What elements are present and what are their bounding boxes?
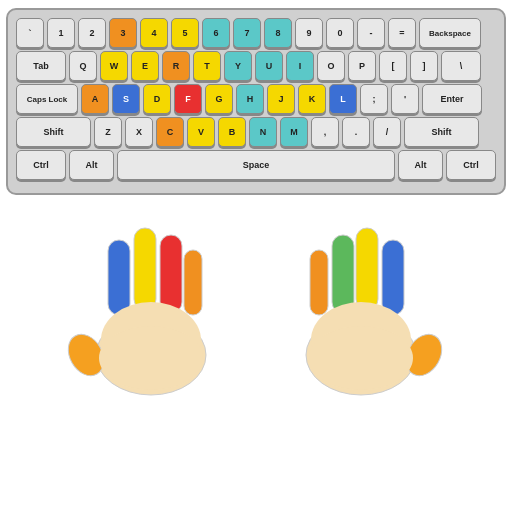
key-f[interactable]: F	[174, 84, 202, 114]
key-7[interactable]: 7	[233, 18, 261, 48]
keyboard-row-4: Shift Z X C V B N M , . / Shift	[16, 117, 496, 147]
hands-illustration	[56, 210, 456, 400]
key-8[interactable]: 8	[264, 18, 292, 48]
key-c[interactable]: C	[156, 117, 184, 147]
key-y[interactable]: Y	[224, 51, 252, 81]
svg-point-7	[99, 326, 203, 390]
key-e[interactable]: E	[131, 51, 159, 81]
svg-point-15	[309, 326, 413, 390]
key-backtick[interactable]: `	[16, 18, 44, 48]
svg-rect-11	[356, 228, 378, 310]
key-x[interactable]: X	[125, 117, 153, 147]
key-n[interactable]: N	[249, 117, 277, 147]
keyboard-row-5: Ctrl Alt Space Alt Ctrl	[16, 150, 496, 180]
key-a[interactable]: A	[81, 84, 109, 114]
key-0[interactable]: 0	[326, 18, 354, 48]
svg-rect-4	[160, 235, 182, 313]
key-2[interactable]: 2	[78, 18, 106, 48]
keyboard-row-1: ` 1 2 3 4 5 6 7 8 9 0 - = Backspace	[16, 18, 496, 48]
key-slash[interactable]: /	[373, 117, 401, 147]
key-t[interactable]: T	[193, 51, 221, 81]
key-z[interactable]: Z	[94, 117, 122, 147]
key-k[interactable]: K	[298, 84, 326, 114]
svg-rect-2	[108, 240, 130, 315]
svg-rect-9	[310, 250, 328, 315]
svg-rect-5	[184, 250, 202, 315]
key-s[interactable]: S	[112, 84, 140, 114]
key-quote[interactable]: '	[391, 84, 419, 114]
key-h[interactable]: H	[236, 84, 264, 114]
key-semicolon[interactable]: ;	[360, 84, 388, 114]
key-comma[interactable]: ,	[311, 117, 339, 147]
key-alt-right[interactable]: Alt	[398, 150, 443, 180]
key-shift-left[interactable]: Shift	[16, 117, 91, 147]
key-v[interactable]: V	[187, 117, 215, 147]
key-backspace[interactable]: Backspace	[419, 18, 481, 48]
key-5[interactable]: 5	[171, 18, 199, 48]
keyboard-row-2: Tab Q W E R T Y U I O P [ ] \	[16, 51, 496, 81]
key-6[interactable]: 6	[202, 18, 230, 48]
keyboard: ` 1 2 3 4 5 6 7 8 9 0 - = Backspace Tab …	[6, 8, 506, 195]
key-ctrl-right[interactable]: Ctrl	[446, 150, 496, 180]
key-tab[interactable]: Tab	[16, 51, 66, 81]
key-lbracket[interactable]: [	[379, 51, 407, 81]
key-o[interactable]: O	[317, 51, 345, 81]
svg-rect-12	[382, 240, 404, 315]
key-l[interactable]: L	[329, 84, 357, 114]
key-b[interactable]: B	[218, 117, 246, 147]
key-minus[interactable]: -	[357, 18, 385, 48]
left-hand	[56, 210, 246, 400]
key-r[interactable]: R	[162, 51, 190, 81]
key-9[interactable]: 9	[295, 18, 323, 48]
right-hand	[266, 210, 456, 400]
key-u[interactable]: U	[255, 51, 283, 81]
key-enter[interactable]: Enter	[422, 84, 482, 114]
key-d[interactable]: D	[143, 84, 171, 114]
key-1[interactable]: 1	[47, 18, 75, 48]
svg-rect-10	[332, 235, 354, 313]
key-ctrl-left[interactable]: Ctrl	[16, 150, 66, 180]
key-q[interactable]: Q	[69, 51, 97, 81]
key-alt-left[interactable]: Alt	[69, 150, 114, 180]
key-equals[interactable]: =	[388, 18, 416, 48]
keyboard-row-3: Caps Lock A S D F G H J K L ; ' Enter	[16, 84, 496, 114]
key-4[interactable]: 4	[140, 18, 168, 48]
key-g[interactable]: G	[205, 84, 233, 114]
key-capslock[interactable]: Caps Lock	[16, 84, 78, 114]
key-backslash[interactable]: \	[441, 51, 481, 81]
key-space[interactable]: Space	[117, 150, 395, 180]
key-p[interactable]: P	[348, 51, 376, 81]
key-j[interactable]: J	[267, 84, 295, 114]
key-shift-right[interactable]: Shift	[404, 117, 479, 147]
key-i[interactable]: I	[286, 51, 314, 81]
svg-rect-3	[134, 228, 156, 310]
key-w[interactable]: W	[100, 51, 128, 81]
key-m[interactable]: M	[280, 117, 308, 147]
key-rbracket[interactable]: ]	[410, 51, 438, 81]
key-period[interactable]: .	[342, 117, 370, 147]
key-3[interactable]: 3	[109, 18, 137, 48]
